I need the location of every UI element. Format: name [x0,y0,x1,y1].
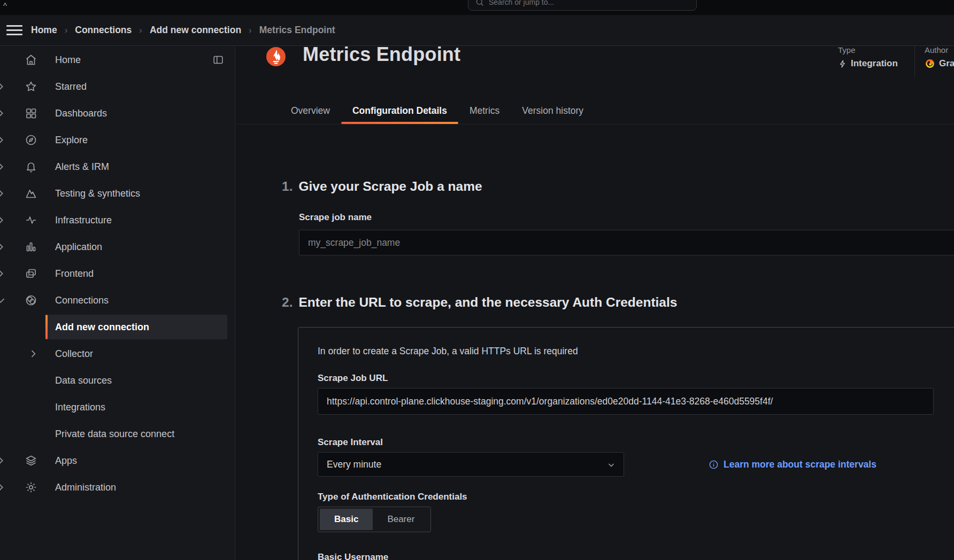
gear-icon [25,481,37,494]
chevron-right-icon[interactable] [0,268,6,279]
chevron-down-icon[interactable] [0,294,6,306]
meta-author-label: Author [925,45,954,55]
chevron-right-icon[interactable] [28,348,39,359]
sidebar-item-label[interactable]: Application [55,242,102,253]
tab-version-history[interactable]: Version history [511,97,595,124]
breadcrumb-separator: › [65,25,68,36]
connections-icon [25,294,37,307]
chevron-right-icon[interactable] [0,241,6,253]
menu-icon[interactable] [6,25,22,35]
sidebar-item-label[interactable]: Connections [55,295,109,306]
dock-sidebar-icon[interactable] [212,54,224,66]
sidebar-item-administration[interactable]: Administration [0,474,235,501]
sidebar-item-connections[interactable]: Connections [0,287,235,314]
auth-type-label: Type of Authentication Credentials [318,492,954,502]
auth-type-segmented-control: Basic Bearer [318,507,431,532]
scrape-interval-value: Every minute [327,459,381,470]
learn-more-link[interactable]: Learn more about scrape intervals [709,459,876,470]
sidebar-item-label[interactable]: Starred [55,81,87,92]
top-caret: ^ [3,1,7,10]
sidebar-item-label[interactable]: Home [55,55,81,66]
sidebar-item-private-data-source-connect[interactable]: Private data source connect [0,421,235,447]
sidebar-item-integrations[interactable]: Integrations [0,394,235,421]
basic-username-label: Basic Username [318,552,954,560]
sidebar-item-testing-synthetics[interactable]: Testing & synthetics [0,180,235,207]
star-icon [25,80,37,93]
section-1-heading-text: Give your Scrape Job a name [298,179,482,193]
auth-option-basic[interactable]: Basic [320,509,373,530]
sidebar-item-label[interactable]: Alerts & IRM [55,161,109,173]
chevron-down-icon [606,460,616,470]
auth-option-bearer[interactable]: Bearer [373,509,429,530]
grafana-logo-icon [925,58,935,69]
chevron-right-icon[interactable] [0,455,6,466]
mountain-icon [25,187,37,200]
explore-icon [25,134,37,146]
section-2-number: 2. [282,295,293,309]
search-input[interactable]: Search or jump to... [468,0,697,11]
sidebar-item-label[interactable]: Collector [55,348,93,360]
chevron-right-icon[interactable] [0,214,6,226]
chevron-right-icon[interactable] [0,134,6,146]
sidebar-item-collector[interactable]: Collector [0,340,235,367]
breadcrumb-connections[interactable]: Connections [75,25,132,36]
main-content: Metrics Endpoint Type Integration Author [236,46,954,560]
meta-type: Type Integration [838,45,898,69]
scrape-interval-select[interactable]: Every minute [318,452,624,477]
sidebar-item-frontend[interactable]: Frontend [0,260,235,287]
sidebar-item-label[interactable]: Data sources [55,375,112,386]
sidebar-item-data-sources[interactable]: Data sources [0,367,235,394]
tabs-divider [236,124,954,125]
chevron-right-icon[interactable] [0,81,6,92]
panel-note: In order to create a Scrape Job, a valid… [318,346,954,357]
sidebar-item-add-new-connection[interactable]: Add new connection [0,314,235,340]
scrape-job-url-label: Scrape Job URL [318,373,954,384]
sidebar-item-home[interactable]: Home [0,46,235,73]
sidebar: Home Starred Dashboards [0,46,235,560]
sidebar-item-label[interactable]: Private data source connect [55,429,174,440]
tab-metrics[interactable]: Metrics [458,97,511,124]
scrape-interval-row: Every minute Learn more about scrape int… [318,452,954,477]
sidebar-item-label[interactable]: Explore [55,135,88,146]
sidebar-item-starred[interactable]: Starred [0,73,235,100]
sidebar-item-label[interactable]: Infrastructure [55,215,112,226]
chevron-right-icon[interactable] [0,161,6,173]
scrape-job-panel: In order to create a Scrape Job, a valid… [298,327,954,560]
dashboards-icon [25,107,37,120]
sidebar-item-application[interactable]: Application [0,234,235,260]
breadcrumb-add-new-connection[interactable]: Add new connection [150,25,241,36]
sidebar-item-label[interactable]: Frontend [55,268,94,279]
tab-configuration-details[interactable]: Configuration Details [341,97,458,124]
search-placeholder: Search or jump to... [489,0,554,6]
sidebar-item-label[interactable]: Integrations [55,402,105,413]
sidebar-item-label[interactable]: Add new connection [55,322,149,333]
active-item-indicator [45,315,48,339]
sidebar-item-alerts-irm[interactable]: Alerts & IRM [0,153,235,180]
meta-author: Author Grafana [925,45,954,69]
chevron-right-icon[interactable] [0,481,6,493]
scrape-job-url-input[interactable]: https://api.control-plane.clickhouse-sta… [318,388,934,415]
sidebar-item-label[interactable]: Administration [55,482,116,493]
sidebar-item-label[interactable]: Apps [55,455,77,466]
sidebar-item-infrastructure[interactable]: Infrastructure [0,207,235,234]
breadcrumb-home[interactable]: Home [31,25,57,36]
section-2-heading-text: Enter the URL to scrape, and the necessa… [298,295,677,309]
pulse-icon [25,214,37,227]
sidebar-item-apps[interactable]: Apps [0,447,235,474]
tab-bar: Overview Configuration Details Metrics V… [280,97,595,124]
chevron-right-icon[interactable] [0,188,6,199]
meta-divider [914,44,915,76]
sidebar-item-explore[interactable]: Explore [0,127,235,153]
page-title: Metrics Endpoint [303,43,460,66]
breadcrumb: Home › Connections › Add new connection … [31,25,335,36]
info-circle-icon [709,460,719,470]
chevron-right-icon[interactable] [0,107,6,119]
breadcrumb-separator: › [139,25,142,36]
scrape-job-name-label: Scrape job name [299,212,372,223]
sidebar-item-dashboards[interactable]: Dashboards [0,100,235,127]
sidebar-item-label[interactable]: Testing & synthetics [55,188,140,199]
tab-overview[interactable]: Overview [280,97,341,124]
sidebar-item-label[interactable]: Dashboards [55,108,107,119]
section-1-number: 1. [282,179,293,193]
scrape-job-name-input[interactable] [299,230,954,255]
